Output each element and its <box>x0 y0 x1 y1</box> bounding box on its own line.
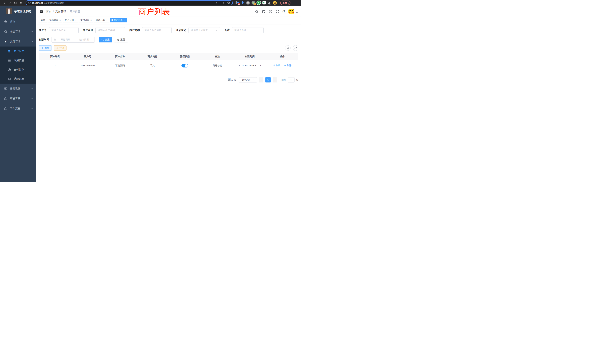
sidebar-item-dev-tools[interactable]: 研发工具 <box>0 94 36 104</box>
url-host: localhost <box>32 1 43 4</box>
merchant-no-input[interactable]: 请输入商户号 <box>49 27 79 33</box>
delete-link[interactable]: 删除 <box>284 64 291 67</box>
edit-link[interactable]: 修改 <box>273 64 280 67</box>
merchant-short-input[interactable]: 请输入商户简称 <box>142 27 172 33</box>
remark-label: 备注 <box>225 29 230 32</box>
sidebar-item-label: 首页 <box>10 20 33 23</box>
status-toggle[interactable] <box>182 64 188 67</box>
browser-update-button[interactable]: 更新 <box>280 0 290 5</box>
sidebar-item-label: 商户信息 <box>14 50 24 53</box>
tab-user-group[interactable]: 用户分组× <box>63 18 78 22</box>
sidebar-item-pay-orders[interactable]: 支付订单 <box>0 65 36 74</box>
site-info-icon[interactable] <box>28 1 31 4</box>
close-icon[interactable]: × <box>75 19 76 21</box>
browser-menu-icon[interactable] <box>288 2 289 4</box>
toolbox-icon <box>4 97 7 100</box>
tab-process-form[interactable]: 流程表单× <box>48 18 62 22</box>
command-extension-icon[interactable]: ⌘ <box>246 1 250 5</box>
merchant-table: 商户编号 商户号 商户全称 商户简称 开启状态 备注 创建时间 操作 1 M23… <box>39 53 298 71</box>
sidebar-item-home[interactable]: 首页 <box>0 17 36 26</box>
sidebar-collapse-button[interactable] <box>40 10 43 13</box>
breadcrumb-home[interactable]: 首页 <box>46 10 51 13</box>
browser-reload-button[interactable] <box>13 0 18 5</box>
sidebar-item-infrastructure[interactable]: 基础设施 <box>0 84 36 94</box>
cell-create-time: 2021-10-23 08:31:14 <box>234 60 266 71</box>
browser-home-button[interactable] <box>19 0 23 5</box>
chat-extension-icon[interactable] <box>262 1 266 5</box>
puzzle-extensions-icon[interactable] <box>268 1 271 5</box>
create-time-range-picker[interactable]: 开始日期 - 结束日期 <box>52 37 95 43</box>
sidebar-item-payment[interactable]: ¥ 支付管理 <box>0 36 36 46</box>
cell-remark: 我是备注 <box>201 60 234 71</box>
merchant-short-label: 商户简称 <box>129 29 140 32</box>
tab-pay-orders[interactable]: 支付订单× <box>79 18 93 22</box>
cell-merchant-name: 芋道源码 <box>104 60 136 71</box>
page-size-select[interactable]: 10条/页 <box>239 77 257 83</box>
sidebar-item-system[interactable]: 系统管理 <box>0 26 36 36</box>
caret-down-icon[interactable] <box>296 12 298 13</box>
close-icon[interactable]: × <box>106 19 107 21</box>
export-button[interactable]: 导出 <box>54 45 66 51</box>
share-icon[interactable] <box>222 1 224 4</box>
table-row: 1 M233666999 芋道源码 芋艿 我是备注 2021-10-23 08:… <box>39 60 298 71</box>
password-key-icon[interactable] <box>215 1 218 4</box>
breadcrumb-separator: / <box>67 10 68 13</box>
font-size-icon[interactable]: TT <box>282 10 285 13</box>
browser-back-button[interactable] <box>2 0 7 5</box>
sidebar-item-label: 支付管理 <box>10 40 31 43</box>
remark-input[interactable]: 请输入备注 <box>232 27 264 33</box>
gem-extension-icon[interactable] <box>241 1 245 5</box>
search-button[interactable]: 搜索 <box>99 37 112 43</box>
profile-emoji-icon[interactable] <box>273 1 277 5</box>
close-icon[interactable]: × <box>60 19 61 21</box>
proxy-badge: 1 <box>254 3 256 5</box>
tab-home[interactable]: 首页 <box>39 18 47 22</box>
total-prefix: 共 <box>228 78 231 81</box>
close-icon[interactable]: × <box>90 19 92 21</box>
show-search-toggle-button[interactable] <box>285 45 291 51</box>
gear-icon <box>4 30 7 33</box>
next-page-button[interactable]: › <box>273 77 277 83</box>
sidebar-item-merchant-info[interactable]: 商户信息 <box>0 46 36 56</box>
search-icon[interactable] <box>255 10 258 13</box>
tab-manager-extension-icon[interactable]: 10 <box>235 1 239 5</box>
chevron-down-icon <box>31 97 33 100</box>
reset-button-label: 重置 <box>120 38 125 41</box>
col-merchant-name: 商户全称 <box>104 53 136 60</box>
trash-icon <box>284 64 286 66</box>
help-icon[interactable] <box>269 10 272 13</box>
prev-page-button[interactable]: ‹ <box>259 77 263 83</box>
tab-refund-orders[interactable]: 退款订单× <box>94 18 109 22</box>
reset-button[interactable]: 重置 <box>114 37 128 43</box>
fullscreen-icon[interactable] <box>276 10 279 13</box>
col-remark: 备注 <box>201 53 234 60</box>
sidebar-item-label: 支付订单 <box>14 68 24 71</box>
add-button[interactable]: 新增 <box>39 45 52 51</box>
sidebar-item-workflow[interactable]: 工作流程 <box>0 104 36 114</box>
tab-label: 首页 <box>41 19 45 22</box>
goto-page-input[interactable]: 1 <box>288 77 294 83</box>
refresh-table-button[interactable] <box>293 45 298 51</box>
calendar-icon <box>54 38 56 41</box>
status-select[interactable]: 请选择开启状态 <box>189 27 220 33</box>
extension-badge: 10 <box>238 3 240 5</box>
sidebar-item-label: 基础设施 <box>10 87 31 90</box>
breadcrumb-payment[interactable]: 支付管理 <box>55 10 66 13</box>
avatar[interactable] <box>288 9 294 14</box>
page-1-button[interactable]: 1 <box>265 77 271 83</box>
bookmark-star-icon[interactable] <box>227 1 230 4</box>
url-bar[interactable]: localhost:1024/pay/merchant <box>26 0 233 5</box>
app-logo-row[interactable]: 芋道管理系统 <box>0 6 36 17</box>
browser-forward-button[interactable] <box>7 0 12 5</box>
close-icon[interactable]: × <box>124 19 125 21</box>
github-icon[interactable] <box>262 10 266 13</box>
col-status: 开启状态 <box>169 53 201 60</box>
app-title: 芋道管理系统 <box>14 10 31 13</box>
create-time-label: 创建时间 <box>39 38 49 41</box>
sidebar-item-app-info[interactable]: 应用信息 <box>0 56 36 65</box>
tab-merchant-info[interactable]: 商户信息× <box>110 18 127 22</box>
proxy-extension-icon[interactable]: 1 <box>251 1 255 5</box>
merchant-name-input[interactable]: 请输入商户全称 <box>96 27 125 33</box>
sidebar-item-refund-orders[interactable]: 退款订单 <box>0 74 36 84</box>
v-extension-icon[interactable]: Y <box>257 1 261 5</box>
